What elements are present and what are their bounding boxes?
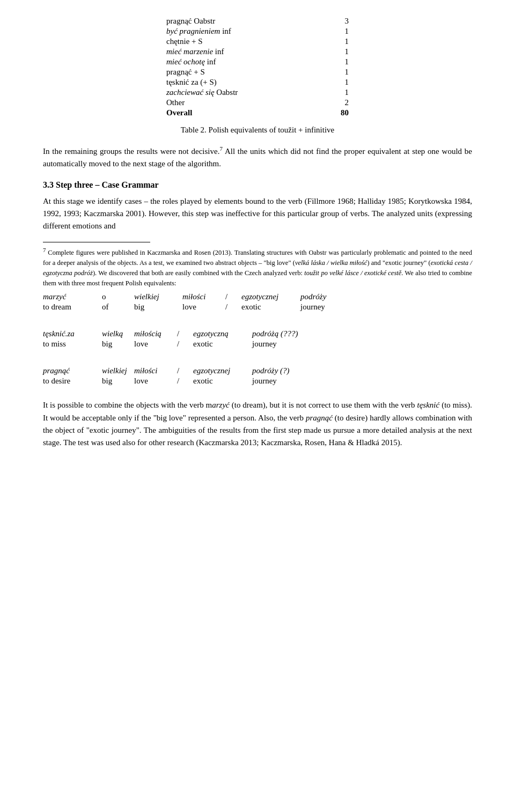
noun-col-2: miłością	[134, 329, 177, 338]
entry-count: 1	[327, 68, 349, 77]
entry-count: 3	[327, 17, 349, 26]
table-caption: Table 2. Polish equivalents of toužit + …	[43, 126, 472, 135]
slash-plain: /	[225, 302, 241, 312]
slash-plain-3: /	[177, 377, 193, 386]
overall-count: 80	[327, 108, 349, 117]
prep-col: o	[102, 292, 134, 301]
intro-paragraph: In the remaining groups the results were…	[43, 144, 472, 171]
verb-plain: to dream	[43, 302, 102, 312]
noun-col: wielkiej	[134, 292, 182, 301]
entry-label: mieć marzenie inf	[166, 47, 327, 56]
adj-plain-3: exotic	[193, 377, 252, 386]
entry-label: chętnie + S	[166, 37, 327, 46]
final-paragraph: It is possible to combine the objects wi…	[43, 399, 472, 449]
entry-count: 1	[327, 37, 349, 46]
footnote-text: 7 Complete figures were published in Kac…	[43, 246, 472, 288]
table-row: być pragnieniem inf 1	[166, 26, 349, 36]
entry-label: mieć ochotę inf	[166, 57, 327, 67]
footnote-divider	[43, 242, 150, 242]
verb-row-italic-2: tęsknić.za wielką miłością / egzotyczną …	[43, 329, 472, 338]
step-three-paragraph: At this stage we identify cases – the ro…	[43, 195, 472, 233]
table-row-overall: Overall 80	[166, 108, 349, 118]
verb-table-marzyc: marzyć o wielkiej miłości / egzotycznej …	[43, 292, 472, 312]
prep-plain-2: big	[102, 339, 134, 349]
noun2-plain: love	[182, 302, 225, 312]
prep-col-3: wielkiej	[102, 366, 134, 375]
entry-label: zachciewać się Oabstr	[166, 88, 327, 97]
verb-plain-3: to desire	[43, 377, 102, 386]
slash-col: /	[225, 292, 241, 301]
noun-col-3: miłości	[134, 366, 177, 375]
verb-italic-2: tęsknić.za	[43, 329, 102, 338]
footnote-number: 7	[43, 247, 46, 253]
table-row: pragnąć Oabstr 3	[166, 16, 349, 26]
entry-count: 1	[327, 57, 349, 67]
adj-plain: exotic	[241, 302, 300, 312]
table-row: pragnąć + S 1	[166, 67, 349, 77]
journey-plain-2: journey	[252, 339, 472, 349]
entry-count: 1	[327, 27, 349, 36]
table-row: tęsknić za (+ S) 1	[166, 77, 349, 87]
section-heading: 3.3 Step three – Case Grammar	[43, 180, 472, 190]
verb-italic: marzyć	[43, 292, 102, 301]
adj-col-2: egzotyczną	[193, 329, 252, 338]
journey-plain-3: journey	[252, 377, 472, 386]
table-row: chętnie + S 1	[166, 36, 349, 47]
table-row: zachciewać się Oabstr 1	[166, 87, 349, 98]
entry-count: 1	[327, 47, 349, 56]
table-row: mieć marzenie inf 1	[166, 47, 349, 57]
verb-row-plain: to dream of big love / exotic journey	[43, 302, 472, 312]
prep-plain: of	[102, 302, 134, 312]
adj-col: egzotycznej	[241, 292, 300, 301]
journey-plain: journey	[300, 302, 472, 312]
entry-count: 1	[327, 88, 349, 97]
page-container: pragnąć Oabstr 3 być pragnieniem inf 1 c…	[0, 0, 515, 812]
verb-italic-3: pragnąć	[43, 366, 102, 375]
verb-table-pragnac: pragnąć wielkiej miłości / egzotycznej p…	[43, 366, 472, 386]
verb-plain-2: to miss	[43, 339, 102, 349]
noun-plain-3: love	[134, 377, 177, 386]
verb-row-italic-3: pragnąć wielkiej miłości / egzotycznej p…	[43, 366, 472, 375]
entry-count: 2	[327, 98, 349, 107]
verb-row-plain-3: to desire big love / exotic journey	[43, 377, 472, 386]
overall-label: Overall	[166, 108, 327, 117]
entry-count: 1	[327, 78, 349, 87]
entry-label: pragnąć Oabstr	[166, 17, 327, 26]
entry-label: Other	[166, 98, 327, 107]
slash-col-2: /	[177, 329, 193, 338]
verb-row-plain-2: to miss big love / exotic journey	[43, 339, 472, 349]
prep-col-2: wielką	[102, 329, 134, 338]
table-data: pragnąć Oabstr 3 być pragnieniem inf 1 c…	[166, 16, 349, 118]
noun-plain-2: love	[134, 339, 177, 349]
verb-row-italic: marzyć o wielkiej miłości / egzotycznej …	[43, 292, 472, 301]
noun-plain: big	[134, 302, 182, 312]
footnote-sup: 7	[219, 145, 223, 152]
entry-label: pragnąć + S	[166, 68, 327, 77]
entry-label: być pragnieniem inf	[166, 27, 327, 36]
journey-col: podróży	[300, 292, 472, 301]
journey-col-2: podróżą (???)	[252, 329, 472, 338]
prep-plain-3: big	[102, 377, 134, 386]
adj-col-3: egzotycznej	[193, 366, 252, 375]
entry-label: tęsknić za (+ S)	[166, 78, 327, 87]
table-row: Other 2	[166, 98, 349, 108]
table-section: pragnąć Oabstr 3 być pragnieniem inf 1 c…	[43, 16, 472, 135]
slash-col-3: /	[177, 366, 193, 375]
journey-col-3: podróży (?)	[252, 366, 472, 375]
table-row: mieć ochotę inf 1	[166, 57, 349, 67]
noun2-col: miłości	[182, 292, 225, 301]
slash-plain-2: /	[177, 339, 193, 349]
verb-table-tesknic: tęsknić.za wielką miłością / egzotyczną …	[43, 329, 472, 349]
adj-plain-2: exotic	[193, 339, 252, 349]
